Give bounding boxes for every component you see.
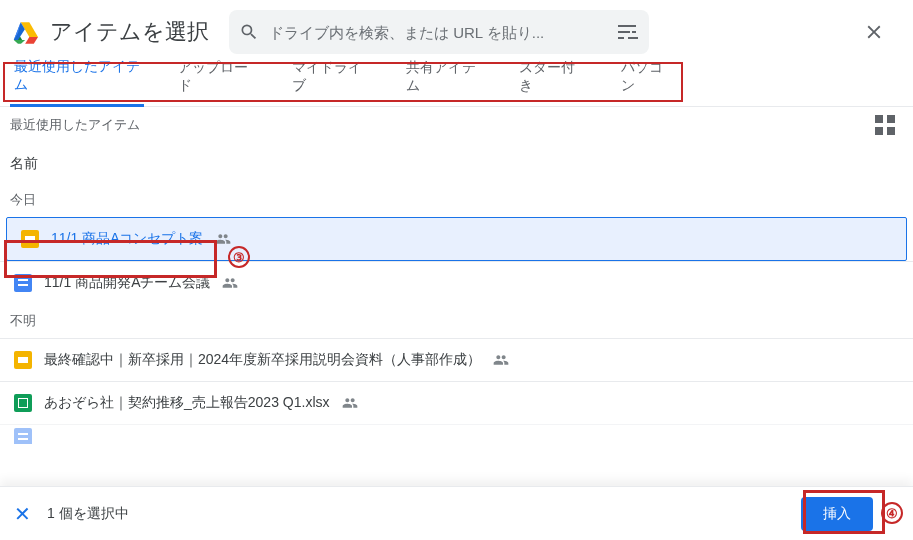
group-label: 不明 [0,304,913,338]
section-label: 最近使用したアイテム [10,116,140,134]
column-header-name: 名前 [0,141,913,183]
dialog-header: アイテムを選択 [0,0,913,64]
shared-icon [222,275,238,291]
sheets-icon [14,394,32,412]
drive-logo-icon [12,20,38,44]
file-row[interactable]: あおぞら社｜契約推移_売上報告2023 Q1.xlsx [0,381,913,424]
file-name [44,429,48,445]
slides-icon [14,351,32,369]
shared-icon [493,352,509,368]
file-name: あおぞら社｜契約推移_売上報告2023 Q1.xlsx [44,394,330,412]
insert-button[interactable]: 挿入 [801,497,873,531]
file-row[interactable]: 11/1 商品Aコンセプト案 [6,217,907,261]
group-label: 今日 [0,183,913,217]
search-input[interactable] [269,24,605,41]
file-name: 11/1 商品開発Aチーム会議 [44,274,210,292]
tab-upload[interactable]: アップロード [174,59,258,105]
shared-icon [342,395,358,411]
close-icon[interactable] [863,21,885,43]
file-row[interactable]: 最終確認中｜新卒採用｜2024年度新卒採用説明会資料（人事部作成） [0,338,913,381]
tab-starred[interactable]: スター付き [515,59,586,105]
docs-icon [14,274,32,292]
selection-footer: ✕ 1 個を選択中 挿入 [0,486,913,540]
selection-count: 1 個を選択中 [47,505,129,523]
tab-computers[interactable]: パソコン [617,59,675,105]
tabs: 最近使用したアイテム アップロード マイドライブ 共有アイテム スター付き パソ… [0,64,685,100]
clear-selection-icon[interactable]: ✕ [14,502,31,526]
file-row[interactable]: 11/1 商品開発Aチーム会議 [0,261,913,304]
tab-shared[interactable]: 共有アイテム [402,59,486,105]
tab-mydrive[interactable]: マイドライブ [288,59,372,105]
tune-icon[interactable] [615,20,639,44]
file-name: 最終確認中｜新卒採用｜2024年度新卒採用説明会資料（人事部作成） [44,351,481,369]
search-field[interactable] [229,10,649,54]
grid-view-icon[interactable] [875,115,895,135]
tab-recent[interactable]: 最近使用したアイテム [10,58,144,107]
file-row[interactable] [0,424,913,444]
file-name: 11/1 商品Aコンセプト案 [51,230,203,248]
slides-icon [21,230,39,248]
search-icon [239,22,259,42]
docs-icon [14,428,32,445]
shared-icon [215,231,231,247]
dialog-title: アイテムを選択 [50,17,209,47]
section-header: 最近使用したアイテム [0,106,913,141]
